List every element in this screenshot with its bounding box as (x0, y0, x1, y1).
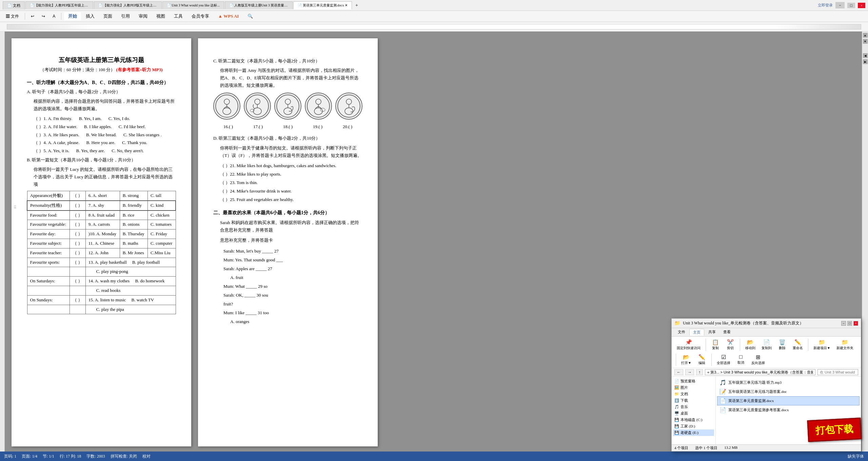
fe-title: Unit 3 What would you like_单元检测卷（含答案、音频及… (683, 320, 839, 326)
fe-up-btn[interactable]: ↑ (696, 369, 703, 375)
fe-tab-view[interactable]: 查看 (720, 329, 734, 336)
toolbar-format[interactable]: A (50, 13, 58, 20)
fe-tab-home[interactable]: 主页 (689, 329, 704, 336)
fe-copy-btn[interactable]: 📋 复制 (709, 338, 722, 352)
file-item-2[interactable]: 📝 五年级英语第三单元练习题答案.doc (717, 387, 860, 396)
download-badge[interactable]: 打包下载 (807, 418, 862, 442)
q24: （ ）24. Mike's favourite drink is water. (220, 187, 362, 195)
fe-delete-btn[interactable]: 🗑️ 删除 (775, 338, 789, 352)
fe-sidebar-pictures[interactable]: 🖼️ 图片 (673, 384, 714, 391)
toolbar-redo[interactable]: ↪ (39, 13, 48, 20)
circle-img-1 (213, 93, 240, 120)
fe-search-input[interactable] (817, 369, 858, 375)
fe-sidebar-downloads[interactable]: ⬇️ 下载 (673, 397, 714, 404)
fe-deselect-btn[interactable]: □ 取消 (734, 353, 748, 366)
drag-handle[interactable]: ⠿ (14, 204, 17, 211)
file-item-4[interactable]: 📄 英语第三单元质量监测参考答案.docx (717, 405, 860, 415)
sidebar-btn-4[interactable]: ▶ (863, 59, 868, 64)
ribbon-tab-review[interactable]: 审阅 (135, 12, 152, 20)
ribbon-tab-wpsai[interactable]: ▲ WPS AI (214, 13, 243, 20)
left-sidebar (0, 32, 5, 453)
partA-title: A. 听句子（本题共5小题，每小题2分，共10分） (27, 88, 176, 96)
fe-address-input[interactable] (705, 369, 815, 375)
fe-sidebar-documents[interactable]: 📁 文档 (673, 391, 714, 397)
fe-restore-btn[interactable]: □ (847, 321, 852, 326)
sidebar-btn-2[interactable]: ▼ (863, 39, 868, 44)
fe-move-btn[interactable]: 📂 移动到 (743, 338, 758, 352)
file-item-3[interactable]: 📄 英语第三单元质量监测.docx (717, 396, 860, 405)
fe-minimize-btn[interactable]: － (841, 321, 846, 326)
menu-file[interactable]: ☰ 文件 (3, 13, 22, 20)
ribbon-tab-start[interactable]: 开始 (64, 12, 81, 20)
fe-sidebar-c-drive[interactable]: 💾 本地磁盘 (C:) (673, 417, 714, 423)
fe-sidebar-preview[interactable]: 📄 预览窗格 (673, 378, 714, 384)
tab-doc4[interactable]: 📄 人教版五年级上册Unit 3 英语质量监... (225, 1, 293, 9)
close-button[interactable]: × (858, 3, 865, 8)
docx2-icon: 📄 (719, 407, 726, 413)
fe-edit-btn[interactable]: ✏️ 编辑 (695, 353, 709, 366)
status-cursor: 行: 17 列: 18 (60, 454, 81, 459)
fe-pin-btn[interactable]: 📌 固定到快速访问 (674, 338, 703, 352)
tab-wendang[interactable]: 📄 文档 (3, 1, 25, 9)
fe-sidebar: 📄 预览窗格 🖼️ 图片 📁 文档 ⬇️ 下载 🎵 音乐 🖥️ 桌面 (672, 377, 716, 444)
fe-sidebar-desktop[interactable]: 🖥️ 桌面 (673, 410, 714, 417)
tab-active-doc[interactable]: 📄 英语第三单元质量监测.docx ✕ (293, 1, 352, 9)
ribbon-tab-ref[interactable]: 引用 (117, 12, 134, 20)
section2-intro2: 意思补充完整，并将答题卡 (220, 237, 362, 244)
music-icon: 🎵 (674, 405, 679, 409)
right-page-content: C. 听第二篇短文（本题共5小题，每小题2分，共10分） 你将听到一篇 Amy … (213, 57, 362, 326)
q23: （ ）23. Tom is thin. (220, 179, 362, 186)
dialogue-optA1: A. fruit (230, 273, 362, 282)
fe-sep1 (706, 339, 706, 351)
ribbon-tab-view[interactable]: 视图 (152, 12, 169, 20)
tab-doc3[interactable]: 📄 Unit 3 What would you like 达标... (162, 1, 224, 9)
fe-tab-share[interactable]: 共享 (705, 329, 719, 336)
fe-sep5 (711, 354, 712, 366)
q3: （ ）3. A. He likes pears. B. We like brea… (34, 132, 176, 139)
status-font: 缺失字体 (848, 454, 864, 459)
tab-doc2[interactable]: 📄 【能力强化】人教PEP版五年级上册示... (94, 1, 162, 9)
fe-invert-btn[interactable]: ⊞ 反向选择 (749, 353, 767, 366)
status-proofread: 校对 (142, 454, 151, 459)
fe-sidebar-d-drive[interactable]: 💾 工家 (D:) (673, 423, 714, 429)
ribbon-tab-tools[interactable]: 工具 (170, 12, 187, 20)
fe-new-item-btn[interactable]: 📁 新建项目▼ (811, 338, 833, 352)
minimize-button[interactable]: － (835, 2, 845, 8)
login-button[interactable]: 立即登录 (818, 3, 833, 8)
partB-instructions: 你将听到一篇关于 Lucy 的短文。请根据所听内容，在每小题所给出的三个选项中，… (34, 166, 176, 188)
fe-forward-btn[interactable]: → (685, 369, 694, 375)
toolbar-undo[interactable]: ↩ (28, 13, 37, 20)
ribbon-tab-insert[interactable]: 插入 (82, 12, 99, 20)
partD-title: D. 听第三篇短文（本题共5小题，每小题2分，共10分） (213, 135, 362, 142)
dialogue-optA2: A. oranges (230, 317, 362, 326)
fe-sidebar-e-drive[interactable]: 💾 老硬盘 (E:) (673, 429, 714, 436)
fe-tab-file[interactable]: 文件 (674, 329, 689, 336)
fe-new-folder-btn[interactable]: 📁 新建文件夹 (834, 338, 856, 352)
fe-open-btn[interactable]: 📂 打开▼ (679, 353, 694, 366)
sep1 (25, 13, 25, 20)
file-item-1[interactable]: 🎵 五年级第三单元练习题 听力.mp3 (717, 378, 860, 387)
invert-icon: ⊞ (756, 354, 760, 360)
fe-statusbar: 4 个项目 选中 1 个项目 13.2 MB (672, 444, 861, 451)
fe-cut-btn[interactable]: ✂️ 剪切 (724, 338, 737, 352)
section2-intro: Sarah 和妈妈在超市购买水果。请根据所听内容，选择正确的选项，把符合意思补充… (220, 219, 362, 234)
sep2 (61, 13, 61, 20)
sidebar-btn-1[interactable]: ▲ (863, 33, 868, 38)
fe-rename-btn[interactable]: ✏️ 重命名 (790, 338, 805, 352)
status-page: 页码: 1 (4, 454, 16, 459)
fe-sidebar-music[interactable]: 🎵 音乐 (673, 404, 714, 410)
fe-close-btn[interactable]: × (853, 321, 858, 326)
partC-title: C. 听第二篇短文（本题共5小题，每小题2分，共10分） (213, 57, 362, 65)
fe-copyto-btn[interactable]: 📄 复制到 (759, 338, 774, 352)
tab-doc1[interactable]: 📄 【能力强化】人教PEP版五年级上册示... (25, 1, 93, 9)
ribbon-tab-page[interactable]: 页面 (99, 12, 116, 20)
fe-selectall-btn[interactable]: ☑ 全部选择 (714, 353, 733, 366)
ribbon-tab-vip[interactable]: 会员专享 (188, 12, 213, 20)
status-word-count: 字数: 2003 (86, 454, 105, 459)
add-tab-button[interactable]: + (353, 1, 361, 9)
restore-button[interactable]: □ (847, 3, 855, 8)
ribbon-tab-search[interactable]: 🔍 (243, 13, 257, 20)
fe-back-btn[interactable]: ← (674, 369, 683, 375)
sidebar-btn-3[interactable]: ◀ (863, 53, 868, 58)
wps-icon: ▲ (218, 14, 222, 19)
